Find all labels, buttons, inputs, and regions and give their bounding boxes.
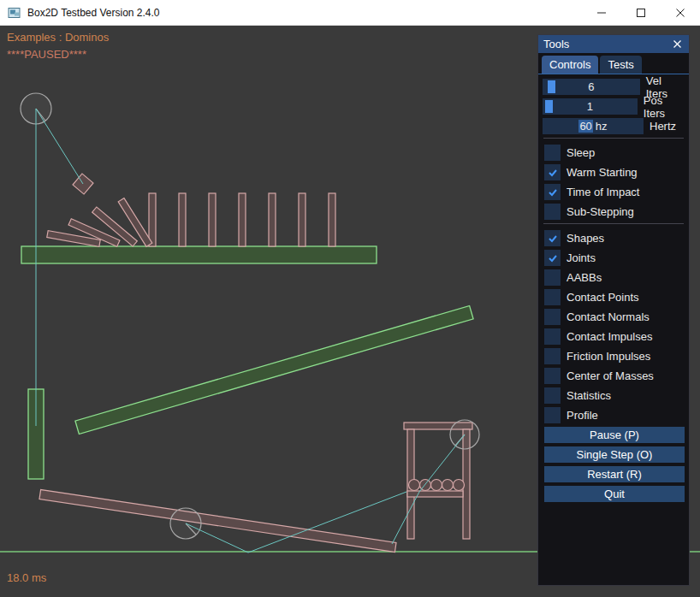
- minimize-button[interactable]: [582, 0, 621, 25]
- slider-grab[interactable]: [545, 100, 553, 113]
- frame-time: 18.0 ms: [7, 571, 46, 584]
- quit-button[interactable]: Quit: [544, 486, 685, 502]
- checkbox-center-of-masses[interactable]: Center of Masses: [543, 368, 685, 384]
- tools-content: 6 Vel Iters 1 Pos Iters 60hz Hertz: [538, 74, 689, 585]
- checkbox-shapes[interactable]: Shapes: [543, 230, 685, 246]
- checkbox-label: Contact Normals: [567, 310, 650, 323]
- pos-iters-row: 1 Pos Iters: [543, 98, 685, 115]
- check-icon: [548, 168, 558, 178]
- checkbox-box: [544, 289, 561, 305]
- checkbox-box: [544, 184, 561, 200]
- checkbox-label: Friction Impulses: [567, 350, 650, 363]
- tab-tests[interactable]: Tests: [600, 56, 641, 74]
- tools-titlebar[interactable]: Tools: [538, 35, 689, 53]
- checkbox-joints[interactable]: Joints: [543, 250, 685, 266]
- window-title: Box2D Testbed Version 2.4.0: [27, 7, 160, 19]
- hertz-label: Hertz: [650, 120, 676, 133]
- checkbox-label: AABBs: [567, 271, 602, 284]
- restart-button[interactable]: Restart (R): [544, 466, 685, 482]
- checkbox-label: Time of Impact: [567, 186, 639, 198]
- separator: [543, 138, 684, 139]
- slider-grab[interactable]: [548, 80, 555, 93]
- checkbox-friction-impulses[interactable]: Friction Impulses: [543, 348, 685, 364]
- checkbox-label: Center of Masses: [567, 369, 654, 382]
- checkbox-box: [544, 309, 561, 325]
- maximize-button[interactable]: [621, 0, 661, 25]
- checkbox-profile[interactable]: Profile: [543, 407, 685, 423]
- hertz-unit: hz: [596, 120, 608, 133]
- tools-tabbar: Controls Tests: [538, 53, 689, 74]
- checkbox-contact-points[interactable]: Contact Points: [543, 289, 685, 305]
- single-step-button[interactable]: Single Step (O): [544, 446, 685, 463]
- close-icon: [673, 40, 681, 48]
- checkbox-label: Warm Starting: [567, 166, 638, 179]
- vel-iters-row: 6 Vel Iters: [543, 79, 685, 95]
- titlebar: Box2D Testbed Version 2.4.0: [0, 0, 700, 26]
- tab-controls[interactable]: Controls: [542, 56, 598, 74]
- paused-indicator: ****PAUSED****: [7, 48, 86, 61]
- check-icon: [548, 233, 558, 244]
- checkbox-box: [544, 269, 561, 286]
- separator: [543, 223, 684, 224]
- pos-iters-slider[interactable]: 1: [543, 98, 638, 115]
- checkbox-box: [544, 407, 561, 423]
- app-icon: [8, 6, 21, 20]
- checkbox-box: [544, 328, 561, 345]
- checkbox-sub-stepping[interactable]: Sub-Stepping: [543, 204, 685, 220]
- dynamic-bodies-group: [39, 174, 472, 552]
- checkbox-box: [544, 164, 561, 180]
- client-area: Examples : Dominos ****PAUSED**** 18.0 m…: [0, 26, 700, 597]
- checkbox-label: Profile: [567, 409, 598, 422]
- checkbox-label: Statistics: [567, 389, 611, 402]
- check-icon: [548, 253, 558, 263]
- checkbox-contact-normals[interactable]: Contact Normals: [543, 309, 685, 325]
- example-title: Examples : Dominos: [7, 31, 109, 44]
- checkbox-warm-starting[interactable]: Warm Starting: [543, 164, 685, 180]
- checkbox-statistics[interactable]: Statistics: [543, 387, 685, 404]
- checkbox-box: [544, 348, 561, 364]
- checkbox-label: Shapes: [567, 232, 604, 245]
- checkbox-label: Contact Impulses: [567, 330, 652, 343]
- checkbox-box: [544, 204, 561, 220]
- pos-iters-label: Pos Iters: [644, 94, 685, 120]
- tools-title: Tools: [543, 38, 569, 50]
- window-controls: [582, 0, 700, 25]
- checkbox-box: [544, 387, 561, 404]
- static-bodies-group: [21, 246, 473, 479]
- vel-iters-slider[interactable]: 6: [543, 79, 640, 95]
- checkbox-contact-impulses[interactable]: Contact Impulses: [543, 328, 685, 345]
- pos-iters-value: 1: [587, 100, 593, 113]
- checkbox-sleep[interactable]: Sleep: [543, 145, 685, 161]
- checkbox-box: [544, 230, 561, 246]
- hertz-input[interactable]: 60hz: [543, 118, 644, 134]
- tools-panel: Tools Controls Tests 6: [537, 34, 690, 586]
- checkbox-label: Sub-Stepping: [567, 205, 634, 218]
- pause-button[interactable]: Pause (P): [544, 427, 685, 443]
- close-button[interactable]: [661, 0, 700, 25]
- vel-iters-value: 6: [588, 80, 594, 93]
- checkbox-box: [544, 250, 561, 266]
- app-window: Box2D Testbed Version 2.4.0: [0, 0, 700, 597]
- hertz-value: 60: [578, 120, 592, 133]
- check-icon: [548, 187, 558, 198]
- checkbox-label: Sleep: [567, 146, 595, 159]
- tools-close-button[interactable]: [670, 38, 684, 51]
- checkbox-box: [544, 368, 561, 384]
- checkbox-label: Contact Points: [567, 291, 639, 304]
- checkbox-aabbs[interactable]: AABBs: [543, 269, 685, 286]
- checkbox-time-of-impact[interactable]: Time of Impact: [543, 184, 685, 200]
- hertz-row: 60hz Hertz: [543, 118, 685, 134]
- checkbox-label: Joints: [567, 251, 596, 264]
- checkbox-box: [544, 145, 561, 161]
